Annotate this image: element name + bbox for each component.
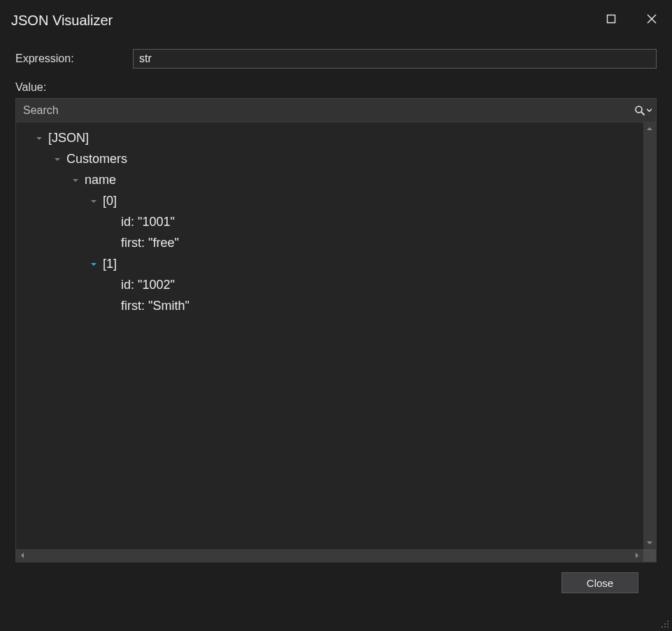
expression-label: Expression: bbox=[15, 52, 127, 65]
tree-node-index-0[interactable]: [0] bbox=[16, 191, 643, 212]
scroll-up-arrow[interactable] bbox=[643, 122, 656, 135]
close-window-button[interactable] bbox=[631, 0, 672, 38]
close-button[interactable]: Close bbox=[562, 572, 638, 593]
svg-point-3 bbox=[636, 106, 642, 113]
expression-row: Expression: bbox=[15, 49, 657, 69]
resize-grip-icon bbox=[658, 617, 669, 628]
chevron-down-icon[interactable] bbox=[52, 155, 62, 164]
tree-leaf-label: first: "free" bbox=[121, 233, 179, 254]
svg-rect-0 bbox=[608, 15, 615, 23]
titlebar: JSON Visualizer bbox=[0, 0, 672, 38]
tree-node-root[interactable]: [JSON] bbox=[16, 128, 643, 149]
window-controls bbox=[591, 0, 672, 38]
footer: Close bbox=[15, 562, 657, 593]
tree-leaf-first-1[interactable]: first: "Smith" bbox=[16, 296, 643, 317]
search-icon bbox=[634, 105, 645, 116]
tree-leaf-label: first: "Smith" bbox=[121, 296, 190, 317]
value-panel: [JSON] Customers name [0] bbox=[15, 98, 657, 562]
tree-node-name[interactable]: name bbox=[16, 170, 643, 191]
tree-node-label: name bbox=[85, 170, 116, 191]
maximize-button[interactable] bbox=[591, 0, 631, 38]
scroll-left-arrow[interactable] bbox=[16, 549, 29, 562]
chevron-down-icon[interactable] bbox=[89, 197, 99, 206]
resize-grip[interactable] bbox=[658, 617, 669, 628]
tree-leaf-first-0[interactable]: first: "free" bbox=[16, 233, 643, 254]
svg-point-7 bbox=[667, 623, 669, 625]
tree-node-label: [0] bbox=[103, 191, 117, 212]
tree-leaf-label: id: "1001" bbox=[121, 212, 175, 233]
tree-node-customers[interactable]: Customers bbox=[16, 149, 643, 170]
svg-point-9 bbox=[664, 626, 666, 628]
chevron-down-icon[interactable] bbox=[89, 260, 99, 269]
search-row bbox=[16, 99, 656, 122]
search-button[interactable] bbox=[629, 99, 656, 122]
tree-node-index-1[interactable]: [1] bbox=[16, 254, 643, 275]
svg-point-5 bbox=[667, 621, 669, 622]
tree-leaf-label: id: "1002" bbox=[121, 275, 175, 296]
svg-point-8 bbox=[662, 626, 663, 628]
tree-node-label: [1] bbox=[103, 254, 117, 275]
horizontal-scrollbar[interactable] bbox=[16, 549, 656, 562]
tree-leaf-id-1[interactable]: id: "1002" bbox=[16, 275, 643, 296]
close-icon bbox=[647, 14, 657, 24]
tree-node-label: [JSON] bbox=[48, 128, 89, 149]
window-title: JSON Visualizer bbox=[11, 10, 591, 29]
vertical-scrollbar[interactable] bbox=[643, 122, 656, 549]
dropdown-caret-icon bbox=[647, 108, 652, 113]
chevron-down-icon[interactable] bbox=[34, 134, 44, 143]
tree-node-label: Customers bbox=[66, 149, 127, 170]
scroll-right-arrow[interactable] bbox=[631, 549, 643, 562]
tree-leaf-id-0[interactable]: id: "1001" bbox=[16, 212, 643, 233]
svg-point-10 bbox=[667, 626, 669, 628]
scroll-down-arrow[interactable] bbox=[643, 537, 656, 549]
maximize-icon bbox=[606, 14, 616, 24]
expression-input[interactable] bbox=[133, 49, 657, 69]
search-input[interactable] bbox=[16, 99, 629, 122]
svg-point-6 bbox=[664, 623, 666, 625]
tree-view[interactable]: [JSON] Customers name [0] bbox=[16, 122, 643, 549]
value-label: Value: bbox=[15, 81, 657, 94]
svg-line-4 bbox=[641, 112, 644, 115]
scrollbar-corner bbox=[643, 549, 656, 562]
chevron-down-icon[interactable] bbox=[71, 176, 80, 185]
